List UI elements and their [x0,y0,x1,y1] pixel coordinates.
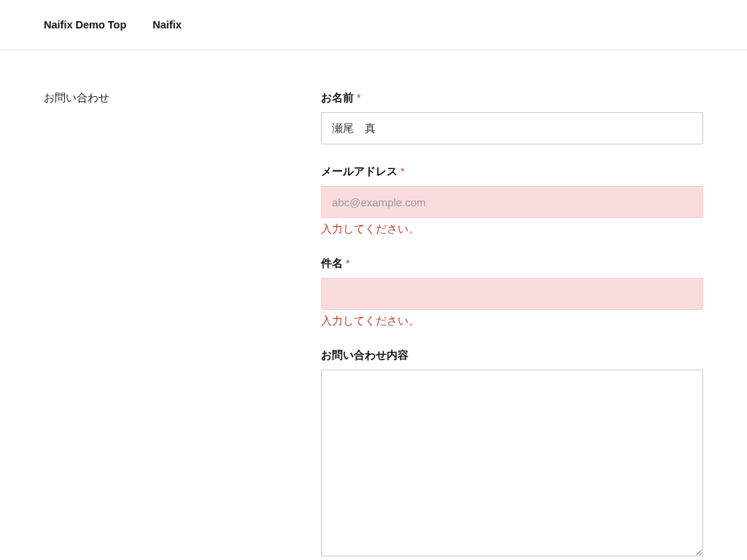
field-group-name: お名前 * [321,91,703,144]
site-header: Naifix Demo Top Naifix [0,0,747,50]
nav-link-naifix[interactable]: Naifix [152,19,182,31]
field-group-subject: 件名 * 入力してください。 [321,257,703,328]
message-label-text: お問い合わせ内容 [321,349,409,361]
subject-error-message: 入力してください。 [321,314,703,328]
required-mark: * [400,166,405,177]
email-error-message: 入力してください。 [321,222,703,236]
field-group-email: メールアドレス * 入力してください。 [321,165,703,236]
page-content: お問い合わせ お名前 * メールアドレス * 入力してください。 件名 * 入力… [0,50,747,560]
subject-label: 件名 * [321,257,703,271]
contact-form: お名前 * メールアドレス * 入力してください。 件名 * 入力してください。… [321,91,703,560]
message-label: お問い合わせ内容 [321,349,703,362]
name-label: お名前 * [321,91,703,105]
subject-label-text: 件名 [321,257,343,269]
required-mark: * [346,257,350,269]
nav-link-demo-top[interactable]: Naifix Demo Top [44,19,126,31]
name-label-text: お名前 [321,92,354,104]
page-title: お問い合わせ [44,91,321,105]
field-group-message: お問い合わせ内容 [321,349,703,559]
email-input[interactable] [321,186,703,218]
sidebar: お問い合わせ [44,91,321,560]
required-mark: * [357,92,361,104]
email-label-text: メールアドレス [321,166,398,177]
email-label: メールアドレス * [321,165,703,179]
subject-input[interactable] [321,278,703,310]
message-textarea[interactable] [321,370,703,556]
name-input[interactable] [321,112,703,144]
